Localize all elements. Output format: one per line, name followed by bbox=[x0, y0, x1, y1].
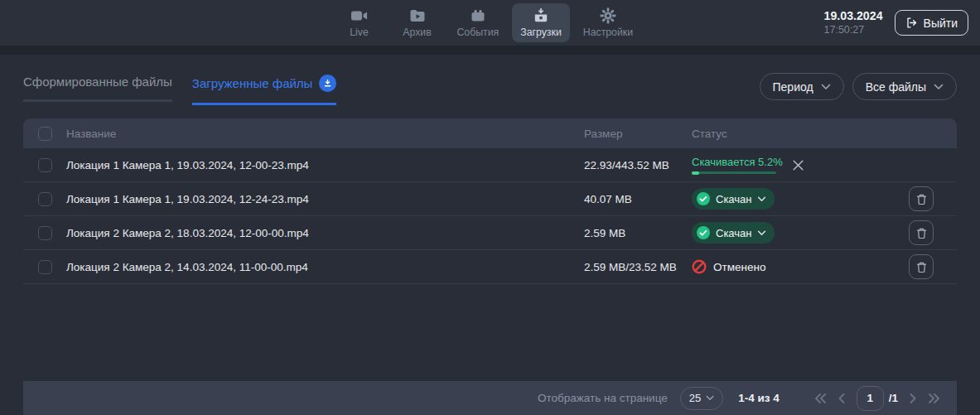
row-checkbox[interactable] bbox=[38, 260, 52, 274]
nav-item-events[interactable]: События bbox=[448, 3, 507, 42]
file-size: 2.59 MB bbox=[584, 227, 692, 239]
per-page-select[interactable]: 25 bbox=[680, 387, 723, 410]
cancel-download-button[interactable] bbox=[789, 157, 807, 174]
last-page-button[interactable] bbox=[928, 393, 940, 403]
nav-label: События bbox=[456, 27, 499, 38]
logout-label: Выйти bbox=[924, 17, 958, 30]
filter-controls: Период Все файлы bbox=[760, 73, 957, 100]
progress-bar-fill bbox=[692, 171, 699, 175]
nav-item-live[interactable]: Live bbox=[332, 3, 385, 42]
archive-icon bbox=[408, 7, 425, 24]
chevron-down-icon bbox=[934, 84, 944, 90]
file-type-filter-label: Все файлы bbox=[866, 80, 926, 94]
current-time: 17:50:27 bbox=[824, 24, 883, 37]
column-header-name: Название bbox=[66, 128, 584, 140]
period-filter-label: Период bbox=[773, 80, 813, 94]
pager-controls: 1 /1 bbox=[814, 386, 940, 411]
status-cell: Отменено bbox=[692, 259, 909, 274]
main-navigation: Live Архив События Загрузки Настройки bbox=[332, 0, 641, 46]
column-header-size: Размер bbox=[584, 128, 692, 140]
downloads-icon bbox=[533, 7, 549, 24]
nav-item-downloads[interactable]: Загрузки bbox=[512, 3, 570, 42]
status-label: Скачан bbox=[716, 193, 752, 205]
column-header-status: Статус bbox=[692, 128, 909, 140]
total-pages-label: /1 bbox=[889, 392, 898, 404]
file-size: 2.59 MB/23.52 MB bbox=[584, 261, 692, 273]
nav-label: Настройки bbox=[583, 27, 633, 38]
gear-icon bbox=[600, 7, 616, 24]
chevron-down-icon bbox=[706, 395, 714, 401]
tab-label: Сформированные файлы bbox=[23, 75, 172, 89]
first-page-button[interactable] bbox=[814, 393, 827, 403]
status-downloading-label: Скачивается 5.2% bbox=[692, 156, 776, 168]
trash-icon bbox=[915, 261, 928, 273]
downloads-page: Сформированные файлы Загруженные файлы П… bbox=[0, 55, 980, 415]
status-label: Скачан bbox=[716, 227, 752, 239]
file-name: Локация 1 Камера 1, 19.03.2024, 12-00-23… bbox=[66, 159, 584, 171]
topbar-right: 19.03.2024 17:50:27 Выйти bbox=[824, 9, 970, 36]
double-chevron-left-icon bbox=[814, 393, 827, 403]
nav-label: Архив bbox=[403, 27, 431, 38]
table-row: Локация 1 Камера 1, 19.03.2024, 12-24-23… bbox=[23, 182, 957, 216]
tab-generated-files[interactable]: Сформированные файлы bbox=[23, 75, 172, 102]
file-name: Локация 2 Камера 2, 18.03.2024, 12-00-00… bbox=[66, 227, 584, 239]
row-checkbox[interactable] bbox=[38, 158, 52, 172]
datetime: 19.03.2024 17:50:27 bbox=[824, 9, 883, 36]
nav-label: Live bbox=[350, 27, 369, 38]
current-date: 19.03.2024 bbox=[824, 9, 883, 24]
chevron-left-icon bbox=[838, 393, 845, 403]
delete-file-button[interactable] bbox=[909, 220, 934, 245]
select-all-checkbox[interactable] bbox=[38, 127, 52, 141]
tab-label: Загруженные файлы bbox=[192, 76, 313, 90]
downloads-table: Название Размер Статус Локация 1 Камера … bbox=[23, 118, 957, 284]
row-checkbox[interactable] bbox=[38, 226, 52, 240]
delete-file-button[interactable] bbox=[909, 254, 934, 279]
trash-icon bbox=[915, 227, 928, 239]
events-icon bbox=[470, 7, 486, 24]
check-circle-icon bbox=[696, 191, 711, 206]
tab-downloaded-files[interactable]: Загруженные файлы bbox=[192, 75, 337, 105]
check-circle-icon bbox=[696, 225, 711, 240]
status-cell: Скачан bbox=[692, 222, 909, 244]
delete-file-button[interactable] bbox=[909, 186, 934, 211]
video-camera-icon bbox=[350, 7, 368, 24]
topbar: Live Архив События Загрузки Настройки bbox=[0, 0, 980, 46]
table-header-row: Название Размер Статус bbox=[23, 118, 957, 148]
nav-label: Загрузки bbox=[520, 27, 562, 38]
chevron-down-icon bbox=[821, 84, 831, 90]
prev-page-button[interactable] bbox=[838, 393, 845, 403]
status-label: Отменено bbox=[713, 261, 765, 273]
rows-range-label: 1-4 из 4 bbox=[738, 392, 780, 404]
table-row: Локация 2 Камера 2, 18.03.2024, 12-00-00… bbox=[23, 216, 957, 250]
per-page-label: Отображать на странице bbox=[538, 392, 668, 404]
nav-item-archive[interactable]: Архив bbox=[390, 3, 443, 42]
blocked-circle-icon bbox=[692, 259, 707, 274]
file-type-filter-button[interactable]: Все файлы bbox=[852, 73, 957, 100]
nav-item-settings[interactable]: Настройки bbox=[575, 3, 641, 42]
page-number-input[interactable]: 1 bbox=[857, 386, 884, 411]
status-downloaded-dropdown[interactable]: Скачан bbox=[692, 222, 775, 244]
period-filter-button[interactable]: Период bbox=[760, 73, 844, 100]
chevron-down-icon bbox=[757, 196, 766, 202]
tabs-bar: Сформированные файлы Загруженные файлы П… bbox=[23, 75, 957, 106]
progress-bar-track bbox=[692, 171, 776, 174]
double-chevron-right-icon bbox=[928, 393, 940, 403]
row-checkbox[interactable] bbox=[38, 192, 52, 206]
file-size: 40.07 MB bbox=[584, 193, 692, 205]
topbar-divider bbox=[0, 46, 980, 55]
per-page-value: 25 bbox=[689, 392, 701, 404]
chevron-right-icon bbox=[910, 393, 916, 403]
next-page-button[interactable] bbox=[910, 393, 916, 403]
file-size: 22.93/443.52 MB bbox=[584, 159, 692, 171]
status-cell: Скачивается 5.2% bbox=[692, 156, 909, 174]
status-cancelled: Отменено bbox=[692, 259, 765, 274]
table-row: Локация 1 Камера 1, 19.03.2024, 12-00-23… bbox=[23, 148, 957, 182]
file-name: Локация 1 Камера 1, 19.03.2024, 12-24-23… bbox=[66, 193, 584, 205]
table-row: Локация 2 Камера 2, 14.03.2024, 11-00-00… bbox=[23, 250, 957, 284]
close-x-icon bbox=[791, 158, 805, 172]
download-progress: Скачивается 5.2% bbox=[692, 156, 776, 174]
logout-icon bbox=[905, 17, 918, 29]
file-name: Локация 2 Камера 2, 14.03.2024, 11-00-00… bbox=[66, 261, 584, 273]
logout-button[interactable]: Выйти bbox=[895, 10, 968, 36]
status-downloaded-dropdown[interactable]: Скачан bbox=[692, 188, 775, 210]
